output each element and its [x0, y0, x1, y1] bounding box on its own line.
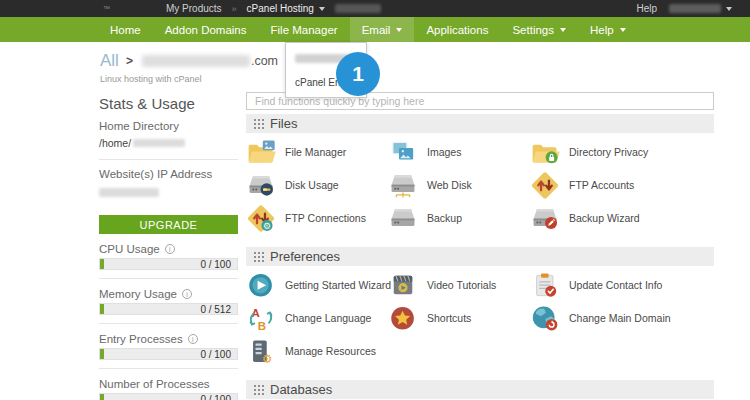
app-item-label: Change Language [285, 312, 371, 324]
section-grid-files: File ManagerImagesDirectory PrivacyDisk … [246, 139, 714, 231]
redacted-ip-address [99, 188, 159, 197]
app-item-getting-started-wizard[interactable]: Getting Started Wizard [246, 272, 388, 298]
app-item-change-main-domain[interactable]: Change Main Domain [530, 305, 714, 331]
nav-item-file-manager[interactable]: File Manager [259, 17, 350, 42]
meter-value: 0 / 100 [200, 259, 231, 270]
app-item-backup-wizard[interactable]: Backup Wizard [530, 205, 714, 231]
section-title: Files [270, 116, 297, 131]
app-item-update-contact-info[interactable]: Update Contact Info [530, 272, 714, 298]
app-item-label: Backup Wizard [569, 212, 640, 224]
meter-fill [100, 394, 104, 400]
chevron-down-icon [319, 7, 325, 11]
app-item-label: Manage Resources [285, 345, 376, 357]
video-tutorials-icon [388, 272, 418, 299]
info-icon[interactable]: i [165, 244, 175, 254]
meter-label: Memory Usage [99, 288, 177, 300]
chevron-down-icon [620, 28, 626, 32]
usage-meters: CPU Usagei0 / 100Memory Usagei0 / 512Ent… [99, 243, 238, 400]
images-icon [388, 139, 418, 166]
info-icon[interactable]: i [182, 289, 192, 299]
home-directory-label: Home Directory [99, 120, 238, 132]
app-item-label: Images [427, 146, 461, 158]
nav-item-addon-domains[interactable]: Addon Domains [153, 17, 259, 42]
account-topbar: ™ My Products » cPanel Hosting Help [0, 0, 750, 17]
breadcrumb-all-link[interactable]: All [100, 51, 119, 71]
usage-meter-number-of-processes: Number of Processes0 / 100 [99, 378, 238, 400]
nav-item-home[interactable]: Home [98, 17, 153, 42]
breadcrumb-separator-icon: » [232, 4, 237, 14]
app-item-label: File Manager [285, 146, 346, 158]
nav-item-help[interactable]: Help [578, 17, 638, 42]
app-item-manage-resources[interactable]: ⚙Manage Resources [246, 338, 388, 364]
logo-fragment: ™ [103, 5, 110, 12]
app-item-disk-usage[interactable]: Disk Usage [246, 172, 388, 198]
app-item-ftp-accounts[interactable]: FTP Accounts [530, 172, 714, 198]
product-menu[interactable]: cPanel Hosting [247, 3, 314, 14]
info-icon[interactable]: i [188, 334, 198, 344]
ip-address-label: Website(s) IP Address [99, 168, 238, 180]
grid-dots-icon [254, 119, 256, 121]
section-header-files[interactable]: Files [246, 114, 714, 133]
ftp-connections-icon: ⚙ [246, 205, 276, 232]
app-item-backup[interactable]: Backup [388, 205, 530, 231]
chevron-down-icon [560, 28, 566, 32]
tool-sections: FilesFile ManagerImagesDirectory Privacy… [246, 114, 714, 399]
nav-item-label: Home [110, 24, 141, 36]
nav-item-settings[interactable]: Settings [500, 17, 578, 42]
web-disk-icon [388, 172, 418, 199]
meter-bar: 0 / 100 [99, 393, 238, 400]
breadcrumb: All > .com Linux hosting with cPanel [100, 51, 430, 84]
nav-item-email[interactable]: Email [350, 17, 415, 42]
section-title: Preferences [270, 249, 340, 264]
app-item-shortcuts[interactable]: Shortcuts [388, 305, 530, 331]
home-directory-value: /home/ [99, 137, 131, 149]
backup-icon [388, 205, 418, 232]
meter-bar: 0 / 512 [99, 303, 238, 315]
nav-item-label: Email [362, 24, 391, 36]
app-item-file-manager[interactable]: File Manager [246, 139, 388, 165]
nav-item-applications[interactable]: Applications [414, 17, 500, 42]
chevron-right-icon: > [126, 54, 133, 68]
navbar: HomeAddon DomainsFile ManagerEmailApplic… [0, 17, 750, 42]
chevron-down-icon [726, 7, 732, 11]
section-header-databases[interactable]: Databases [246, 380, 714, 399]
chevron-down-icon [396, 28, 402, 32]
app-item-ftp-connections[interactable]: ⚙FTP Connections [246, 205, 388, 231]
help-link[interactable]: Help [636, 3, 657, 14]
svg-text:B: B [258, 319, 266, 331]
redacted-home-path [133, 139, 185, 147]
shortcuts-icon [388, 305, 418, 332]
my-products-link[interactable]: My Products [166, 3, 222, 14]
app-item-label: Disk Usage [285, 179, 339, 191]
nav-item-label: Addon Domains [165, 24, 247, 36]
app-item-change-language[interactable]: ABChange Language [246, 305, 388, 331]
nav-item-label: Settings [512, 24, 554, 36]
section-header-preferences[interactable]: Preferences [246, 247, 714, 266]
meter-label: Number of Processes [99, 378, 210, 390]
file-manager-icon [246, 139, 276, 166]
stats-sidebar: Stats & Usage Home Directory /home/ Webs… [99, 95, 238, 400]
app-item-video-tutorials[interactable]: Video Tutorials [388, 272, 530, 298]
ftp-accounts-icon [530, 172, 560, 199]
directory-privacy-icon [530, 139, 560, 166]
disk-usage-icon [246, 172, 276, 199]
app-item-directory-privacy[interactable]: Directory Privacy [530, 139, 714, 165]
divider [99, 368, 238, 369]
grid-dots-icon [254, 252, 256, 254]
nav-item-label: Help [590, 24, 614, 36]
change-language-icon: AB [246, 305, 276, 332]
app-item-web-disk[interactable]: Web Disk [388, 172, 530, 198]
meter-bar: 0 / 100 [99, 258, 238, 270]
app-item-images[interactable]: Images [388, 139, 530, 165]
app-item-label: Update Contact Info [569, 279, 662, 291]
upgrade-button[interactable]: UPGRADE [99, 215, 238, 234]
app-item-label: Change Main Domain [569, 312, 671, 324]
backup-wizard-icon [530, 205, 560, 232]
cpanel-page: ™ My Products » cPanel Hosting Help Home… [0, 0, 750, 400]
stats-usage-title: Stats & Usage [99, 95, 238, 112]
redacted-username[interactable] [669, 4, 721, 13]
app-item-label: FTP Accounts [569, 179, 634, 191]
usage-meter-entry-processes: Entry Processesi0 / 100 [99, 333, 238, 369]
meter-fill [100, 304, 104, 314]
meter-value: 0 / 100 [200, 349, 231, 360]
